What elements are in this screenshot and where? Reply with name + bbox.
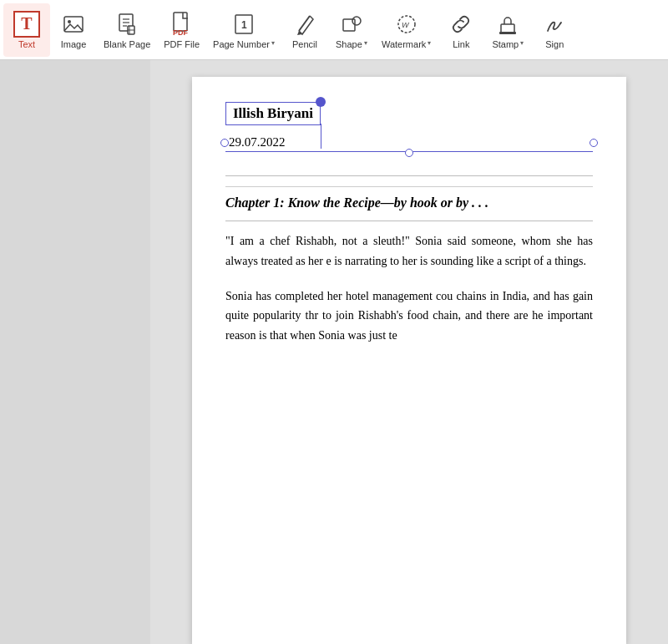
toolbar-item-blank-page[interactable]: Blank Page [97, 3, 157, 57]
svg-point-16 [352, 17, 361, 25]
stamp-label-row: Stamp ▾ [492, 38, 524, 49]
shape-arrow: ▾ [364, 39, 367, 47]
toolbar-item-image[interactable]: Image [50, 3, 97, 57]
handle-top-right [316, 97, 326, 107]
toolbar-label-pencil: Pencil [292, 39, 317, 49]
toolbar-item-watermark[interactable]: W Watermark ▾ [375, 3, 438, 57]
image-icon [60, 11, 87, 38]
toolbar-label-link: Link [453, 39, 469, 49]
page-number-label-row: Page Number ▾ [213, 38, 275, 49]
page-number-arrow: ▾ [271, 39, 275, 47]
document-page: Illish Biryani 29.07.2022 Chapter 1 [192, 77, 626, 644]
document-title: Illish Biryani [225, 102, 321, 125]
toolbar-item-text[interactable]: T Text [3, 3, 50, 57]
title-block[interactable]: Illish Biryani [225, 102, 321, 125]
toolbar-item-stamp[interactable]: Stamp ▾ [484, 3, 531, 57]
watermark-icon: W [393, 11, 420, 38]
paragraph-2: Sonia has completed her hotel management… [225, 287, 593, 346]
svg-text:PDF: PDF [173, 28, 189, 37]
handle-left [220, 139, 229, 147]
sign-icon [541, 11, 568, 38]
watermark-arrow: ▾ [428, 39, 431, 47]
toolbar-label-page-number: Page Number [213, 39, 270, 49]
chapter-heading: Chapter 1: Know the Recipe—by hook or by… [225, 186, 593, 210]
chapter-divider [225, 175, 593, 176]
toolbar-label-sign: Sign [545, 39, 564, 49]
sidebar [0, 60, 150, 644]
body-divider [225, 221, 593, 221]
page-number-icon: 1 [230, 11, 257, 38]
toolbar-label-shape: Shape [336, 39, 362, 49]
toolbar-item-link[interactable]: Link [438, 3, 484, 57]
svg-line-13 [299, 16, 310, 31]
svg-text:1: 1 [241, 19, 247, 31]
blank-page-icon [114, 11, 140, 38]
pdf-icon: PDF [169, 11, 195, 38]
handle-right [590, 139, 598, 147]
date-block[interactable]: 29.07.2022 [225, 134, 593, 152]
svg-rect-19 [501, 24, 514, 33]
toolbar-label-pdf-file: PDF File [164, 39, 200, 49]
pencil-icon [291, 11, 318, 38]
toolbar-label-text: Text [18, 39, 35, 49]
main-area: Illish Biryani 29.07.2022 Chapter 1 [0, 60, 668, 644]
toolbar-label-watermark: Watermark [382, 39, 426, 49]
document-area: Illish Biryani 29.07.2022 Chapter 1 [150, 60, 668, 644]
toolbar-label-blank-page: Blank Page [104, 39, 150, 49]
toolbar-item-shape[interactable]: Shape ▾ [328, 3, 375, 57]
svg-text:W: W [402, 21, 410, 29]
svg-point-1 [68, 20, 71, 23]
svg-rect-15 [343, 19, 355, 31]
stamp-icon [494, 11, 521, 38]
svg-rect-20 [499, 32, 516, 34]
toolbar-item-pdf-file[interactable]: PDF PDF File [157, 3, 206, 57]
stamp-arrow: ▾ [520, 39, 524, 47]
toolbar-item-page-number[interactable]: 1 Page Number ▾ [206, 3, 281, 57]
shape-icon [338, 11, 365, 38]
svg-rect-0 [64, 17, 83, 32]
toolbar-item-pencil[interactable]: Pencil [281, 3, 328, 57]
link-icon [448, 11, 474, 38]
watermark-label-row: Watermark ▾ [382, 38, 431, 49]
toolbar-label-stamp: Stamp [492, 39, 519, 49]
toolbar: T Text Image Blank Page PDF PDF File 1 P… [0, 0, 668, 60]
toolbar-item-sign[interactable]: Sign [531, 3, 578, 57]
text-icon: T [13, 11, 40, 38]
handle-bottom-center [405, 149, 413, 157]
toolbar-label-image: Image [61, 39, 87, 49]
shape-label-row: Shape ▾ [336, 38, 367, 49]
paragraph-1: "I am a chef Rishabh, not a sleuth!" Son… [225, 231, 593, 271]
